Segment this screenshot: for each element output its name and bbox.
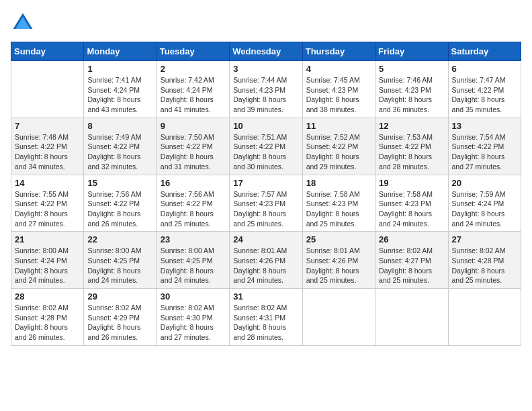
day-info: Sunrise: 7:41 AMSunset: 4:24 PMDaylight:… — [87, 75, 152, 115]
day-cell: 9Sunrise: 7:50 AMSunset: 4:22 PMDaylight… — [157, 118, 229, 175]
day-cell: 4Sunrise: 7:45 AMSunset: 4:23 PMDaylight… — [302, 61, 375, 118]
day-cell: 5Sunrise: 7:46 AMSunset: 4:23 PMDaylight… — [375, 61, 448, 118]
weekday-header-sunday: Sunday — [11, 42, 84, 61]
day-info: Sunrise: 8:02 AMSunset: 4:29 PMDaylight:… — [87, 303, 152, 342]
day-cell: 22Sunrise: 8:00 AMSunset: 4:25 PMDayligh… — [84, 232, 157, 289]
weekday-header-row: SundayMondayTuesdayWednesdayThursdayFrid… — [11, 42, 521, 61]
day-cell — [11, 61, 84, 118]
page-header — [11, 11, 521, 35]
day-cell: 1Sunrise: 7:41 AMSunset: 4:24 PMDaylight… — [84, 61, 157, 118]
day-number: 17 — [233, 178, 298, 188]
day-number: 19 — [379, 178, 444, 188]
day-number: 11 — [306, 121, 371, 131]
day-cell: 26Sunrise: 8:02 AMSunset: 4:27 PMDayligh… — [375, 232, 448, 289]
day-cell: 27Sunrise: 8:02 AMSunset: 4:28 PMDayligh… — [448, 232, 521, 289]
day-number: 29 — [87, 291, 152, 302]
day-info: Sunrise: 7:42 AMSunset: 4:24 PMDaylight:… — [161, 75, 226, 115]
day-cell: 6Sunrise: 7:47 AMSunset: 4:22 PMDaylight… — [448, 61, 521, 118]
day-number: 2 — [161, 64, 226, 74]
day-number: 26 — [379, 234, 444, 244]
day-cell: 3Sunrise: 7:44 AMSunset: 4:23 PMDaylight… — [230, 61, 302, 118]
weekday-header-monday: Monday — [84, 42, 157, 61]
day-cell: 16Sunrise: 7:56 AMSunset: 4:22 PMDayligh… — [157, 175, 229, 232]
weekday-header-friday: Friday — [375, 42, 448, 61]
day-cell: 14Sunrise: 7:55 AMSunset: 4:22 PMDayligh… — [11, 175, 84, 232]
day-info: Sunrise: 8:02 AMSunset: 4:27 PMDaylight:… — [379, 246, 444, 285]
day-number: 4 — [306, 64, 371, 74]
day-info: Sunrise: 8:01 AMSunset: 4:26 PMDaylight:… — [306, 246, 371, 285]
day-number: 1 — [87, 64, 152, 74]
weekday-header-saturday: Saturday — [448, 42, 521, 61]
week-row-3: 14Sunrise: 7:55 AMSunset: 4:22 PMDayligh… — [11, 175, 521, 232]
day-number: 5 — [379, 64, 444, 74]
day-cell: 8Sunrise: 7:49 AMSunset: 4:22 PMDaylight… — [84, 118, 157, 175]
week-row-1: 1Sunrise: 7:41 AMSunset: 4:24 PMDaylight… — [11, 61, 521, 118]
day-number: 16 — [161, 178, 226, 188]
day-info: Sunrise: 8:02 AMSunset: 4:31 PMDaylight:… — [233, 303, 298, 342]
day-info: Sunrise: 7:51 AMSunset: 4:22 PMDaylight:… — [233, 132, 298, 172]
day-number: 15 — [87, 178, 152, 188]
day-info: Sunrise: 7:57 AMSunset: 4:23 PMDaylight:… — [233, 189, 298, 229]
day-number: 22 — [87, 234, 152, 244]
day-info: Sunrise: 7:49 AMSunset: 4:22 PMDaylight:… — [87, 132, 152, 172]
day-cell: 15Sunrise: 7:56 AMSunset: 4:22 PMDayligh… — [84, 175, 157, 232]
day-cell: 24Sunrise: 8:01 AMSunset: 4:26 PMDayligh… — [230, 232, 302, 289]
day-info: Sunrise: 7:54 AMSunset: 4:22 PMDaylight:… — [452, 132, 517, 172]
day-cell: 17Sunrise: 7:57 AMSunset: 4:23 PMDayligh… — [230, 175, 302, 232]
day-number: 8 — [87, 121, 152, 131]
day-info: Sunrise: 7:58 AMSunset: 4:23 PMDaylight:… — [306, 189, 371, 229]
day-info: Sunrise: 7:59 AMSunset: 4:24 PMDaylight:… — [452, 189, 517, 229]
weekday-header-wednesday: Wednesday — [230, 42, 302, 61]
day-number: 20 — [452, 178, 517, 188]
day-number: 18 — [306, 178, 371, 188]
day-info: Sunrise: 7:48 AMSunset: 4:22 PMDaylight:… — [15, 132, 80, 172]
day-info: Sunrise: 8:02 AMSunset: 4:30 PMDaylight:… — [161, 303, 226, 342]
day-info: Sunrise: 7:47 AMSunset: 4:22 PMDaylight:… — [452, 75, 517, 115]
day-number: 7 — [15, 121, 80, 131]
day-cell: 31Sunrise: 8:02 AMSunset: 4:31 PMDayligh… — [230, 289, 302, 346]
day-info: Sunrise: 8:00 AMSunset: 4:25 PMDaylight:… — [87, 246, 152, 285]
day-cell: 19Sunrise: 7:58 AMSunset: 4:23 PMDayligh… — [375, 175, 448, 232]
day-cell: 28Sunrise: 8:02 AMSunset: 4:28 PMDayligh… — [11, 289, 84, 346]
day-cell — [448, 289, 521, 346]
day-cell — [375, 289, 448, 346]
day-number: 9 — [161, 121, 226, 131]
day-info: Sunrise: 7:58 AMSunset: 4:23 PMDaylight:… — [379, 189, 444, 229]
day-info: Sunrise: 7:55 AMSunset: 4:22 PMDaylight:… — [15, 189, 80, 229]
weekday-header-tuesday: Tuesday — [157, 42, 229, 61]
day-number: 12 — [379, 121, 444, 131]
day-number: 24 — [233, 234, 298, 244]
day-number: 27 — [452, 234, 517, 244]
day-number: 30 — [161, 291, 226, 302]
day-number: 13 — [452, 121, 517, 131]
day-info: Sunrise: 8:02 AMSunset: 4:28 PMDaylight:… — [15, 303, 80, 342]
day-cell — [302, 289, 375, 346]
week-row-2: 7Sunrise: 7:48 AMSunset: 4:22 PMDaylight… — [11, 118, 521, 175]
day-cell: 30Sunrise: 8:02 AMSunset: 4:30 PMDayligh… — [157, 289, 229, 346]
day-cell: 13Sunrise: 7:54 AMSunset: 4:22 PMDayligh… — [448, 118, 521, 175]
logo-icon — [11, 11, 35, 35]
week-row-5: 28Sunrise: 8:02 AMSunset: 4:28 PMDayligh… — [11, 289, 521, 346]
day-number: 31 — [233, 291, 298, 302]
calendar-table: SundayMondayTuesdayWednesdayThursdayFrid… — [11, 42, 521, 346]
day-number: 10 — [233, 121, 298, 131]
day-cell: 11Sunrise: 7:52 AMSunset: 4:22 PMDayligh… — [302, 118, 375, 175]
day-info: Sunrise: 8:00 AMSunset: 4:25 PMDaylight:… — [161, 246, 226, 285]
day-info: Sunrise: 7:56 AMSunset: 4:22 PMDaylight:… — [87, 189, 152, 229]
day-cell: 10Sunrise: 7:51 AMSunset: 4:22 PMDayligh… — [230, 118, 302, 175]
day-number: 6 — [452, 64, 517, 74]
day-info: Sunrise: 7:45 AMSunset: 4:23 PMDaylight:… — [306, 75, 371, 115]
day-info: Sunrise: 8:00 AMSunset: 4:24 PMDaylight:… — [15, 246, 80, 285]
day-cell: 20Sunrise: 7:59 AMSunset: 4:24 PMDayligh… — [448, 175, 521, 232]
day-cell: 21Sunrise: 8:00 AMSunset: 4:24 PMDayligh… — [11, 232, 84, 289]
day-cell: 12Sunrise: 7:53 AMSunset: 4:22 PMDayligh… — [375, 118, 448, 175]
day-info: Sunrise: 8:01 AMSunset: 4:26 PMDaylight:… — [233, 246, 298, 285]
day-info: Sunrise: 7:52 AMSunset: 4:22 PMDaylight:… — [306, 132, 371, 172]
day-number: 25 — [306, 234, 371, 244]
day-info: Sunrise: 7:44 AMSunset: 4:23 PMDaylight:… — [233, 75, 298, 115]
day-info: Sunrise: 7:56 AMSunset: 4:22 PMDaylight:… — [161, 189, 226, 229]
week-row-4: 21Sunrise: 8:00 AMSunset: 4:24 PMDayligh… — [11, 232, 521, 289]
day-number: 28 — [15, 291, 80, 302]
day-info: Sunrise: 8:02 AMSunset: 4:28 PMDaylight:… — [452, 246, 517, 285]
day-number: 23 — [161, 234, 226, 244]
